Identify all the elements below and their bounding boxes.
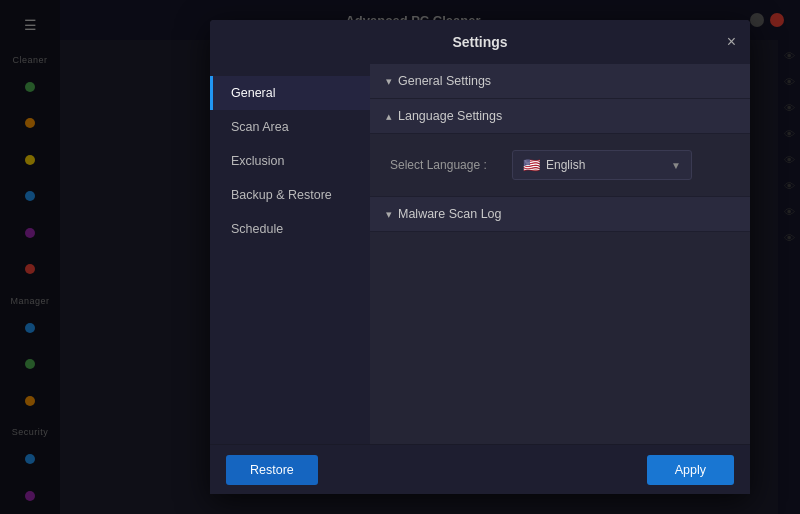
modal-title: Settings	[452, 34, 507, 50]
restore-button[interactable]: Restore	[226, 455, 318, 485]
modal-main-content: ▾ General Settings ▴ Language Settings S…	[370, 64, 750, 444]
nav-item-general[interactable]: General	[210, 76, 370, 110]
language-settings-body: Select Language : 🇺🇸 English ▼	[370, 134, 750, 197]
modal-close-button[interactable]: ×	[727, 34, 736, 50]
nav-item-scan-area[interactable]: Scan Area	[210, 110, 370, 144]
language-settings-chevron: ▴	[386, 110, 392, 123]
nav-item-backup-restore[interactable]: Backup & Restore	[210, 178, 370, 212]
settings-modal: Settings × General Scan Area Exclusion B…	[210, 20, 750, 494]
modal-body: General Scan Area Exclusion Backup & Res…	[210, 64, 750, 444]
malware-scan-log-header[interactable]: ▾ Malware Scan Log	[370, 197, 750, 232]
language-row: Select Language : 🇺🇸 English ▼	[390, 150, 730, 180]
nav-item-exclusion[interactable]: Exclusion	[210, 144, 370, 178]
apply-button[interactable]: Apply	[647, 455, 734, 485]
modal-footer: Restore Apply	[210, 444, 750, 494]
flag-icon: 🇺🇸	[523, 157, 540, 173]
general-settings-title: General Settings	[398, 74, 491, 88]
language-select-dropdown[interactable]: 🇺🇸 English ▼	[512, 150, 692, 180]
language-settings-title: Language Settings	[398, 109, 502, 123]
dropdown-arrow-icon: ▼	[671, 160, 681, 171]
language-field-label: Select Language :	[390, 158, 500, 172]
malware-scan-chevron: ▾	[386, 208, 392, 221]
modal-header: Settings ×	[210, 20, 750, 64]
malware-scan-log-title: Malware Scan Log	[398, 207, 502, 221]
modal-nav-sidebar: General Scan Area Exclusion Backup & Res…	[210, 64, 370, 444]
general-settings-chevron: ▾	[386, 75, 392, 88]
nav-item-schedule[interactable]: Schedule	[210, 212, 370, 246]
content-spacer	[370, 232, 750, 444]
language-settings-header[interactable]: ▴ Language Settings	[370, 99, 750, 134]
language-value: English	[546, 158, 663, 172]
general-settings-header[interactable]: ▾ General Settings	[370, 64, 750, 99]
